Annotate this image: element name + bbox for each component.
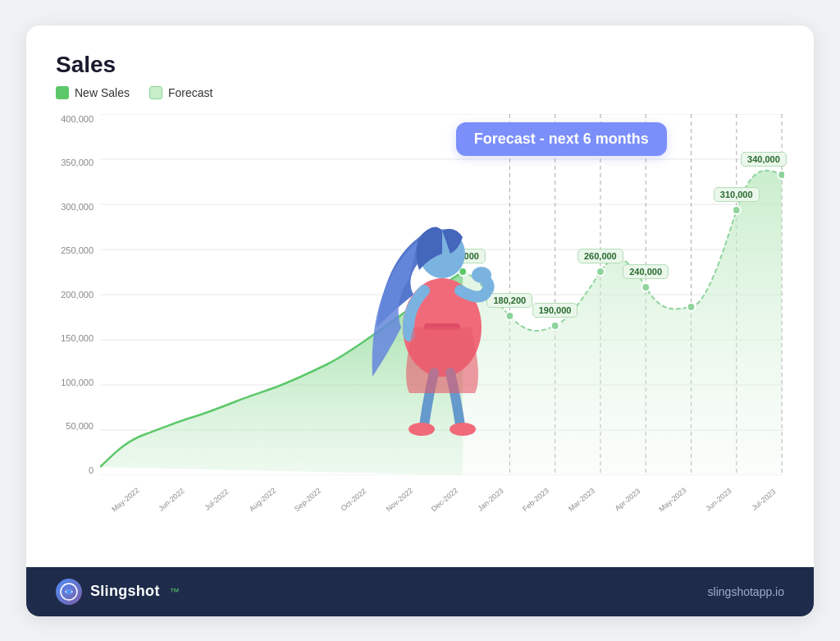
svg-point-19 [596,268,605,276]
y-label-150k: 150,000 [61,333,94,343]
x-label-aug22: Aug-2022 [242,482,282,517]
legend-label-forecast: Forecast [168,86,212,99]
x-label-may22: May-2022 [106,482,146,517]
legend-forecast: Forecast [149,86,212,99]
chart-inner: Forecast - next 6 months 225,000 180,200… [100,114,784,475]
x-label-dec22: Dec-2022 [425,482,465,517]
footer-brand-name: Slingshot [90,583,160,600]
svg-point-32 [66,589,71,594]
legend-label-new-sales: New Sales [75,86,130,99]
x-label-nov22: Nov-2022 [379,482,419,517]
x-label-mar23: Mar-2023 [561,482,601,517]
x-label-jan23: Jan-2023 [470,482,510,517]
slingshot-logo-icon [56,579,82,605]
data-label-260k: 260,000 [578,249,623,263]
slingshot-icon [60,583,78,601]
data-label-180k: 180,200 [486,293,532,308]
svg-point-18 [551,322,559,330]
x-label-oct22: Oct-2022 [333,482,373,517]
y-label-100k: 100,000 [61,378,94,387]
chart-svg [100,114,784,475]
x-label-feb23: Feb-2023 [516,482,556,517]
x-label-jul23: Jul-2023 [744,482,784,517]
svg-point-22 [733,206,741,214]
legend-dot-new-sales [56,86,69,99]
trademark-symbol: ™ [170,586,180,598]
footer-url: slingshotapp.io [708,585,784,598]
y-axis: 400,000 350,000 300,000 250,000 200,000 … [56,114,100,475]
svg-point-21 [687,303,696,311]
data-label-340k: 340,000 [741,152,787,167]
y-label-200k: 200,000 [61,290,94,300]
x-label-may23: May-2023 [653,482,693,517]
footer: Slingshot ™ slingshotapp.io [26,567,814,616]
legend: New Sales Forecast [56,86,784,99]
x-label-jun22: Jun-2022 [151,482,191,517]
y-label-300k: 300,000 [61,202,94,212]
svg-point-20 [641,283,650,291]
y-label-0: 0 [89,465,94,475]
data-label-225k: 225,000 [440,249,486,263]
x-label-apr23: Apr-2023 [607,482,647,517]
x-label-jun23: Jun-2023 [698,482,738,517]
y-label-250k: 250,000 [61,245,94,255]
data-label-190k: 190,000 [532,303,578,318]
legend-dot-forecast [149,86,162,99]
svg-point-17 [506,312,514,320]
x-label-jul22: Jul-2022 [197,482,237,517]
svg-point-23 [778,171,784,179]
y-label-350k: 350,000 [61,158,94,167]
legend-new-sales: New Sales [56,86,130,99]
forecast-bubble: Forecast - next 6 months [456,122,667,156]
chart-area: 400,000 350,000 300,000 250,000 200,000 … [56,114,784,508]
data-label-240k: 240,000 [623,264,669,279]
x-axis: May-2022 Jun-2022 Jul-2022 Aug-2022 Sep-… [100,497,784,505]
footer-brand: Slingshot ™ [56,579,180,605]
data-label-310k: 310,000 [714,187,760,202]
y-label-50k: 50,000 [66,421,94,431]
svg-point-16 [459,268,467,276]
chart-container: Sales New Sales Forecast 400,000 350,000… [26,25,814,567]
y-label-400k: 400,000 [61,114,94,124]
chart-title: Sales [56,52,784,78]
x-label-sep22: Sep-2022 [288,482,328,517]
main-card: Sales New Sales Forecast 400,000 350,000… [26,25,814,616]
